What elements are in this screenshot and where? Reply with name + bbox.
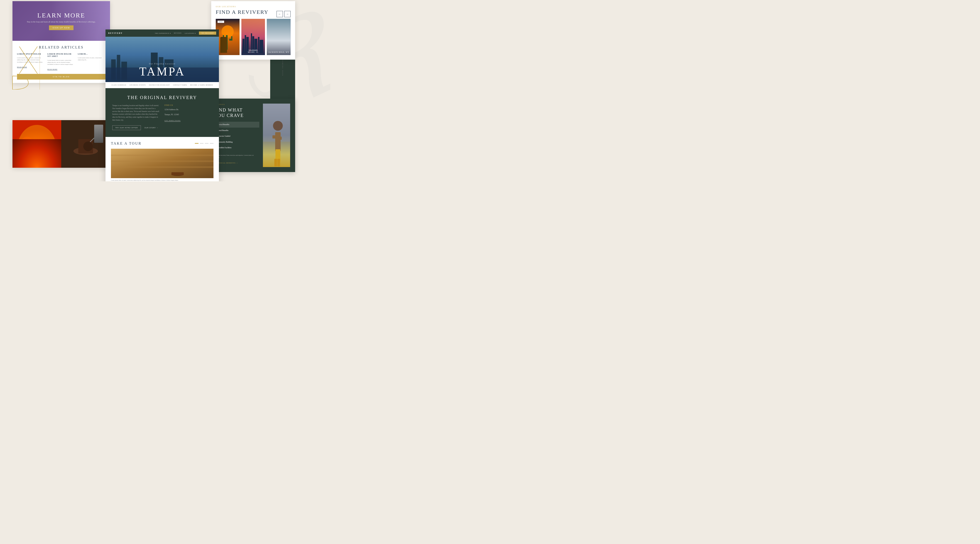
cta-links: TRY OUR INTRO OFFER OUR STORY → [112, 125, 160, 130]
flagship-label: Our Flagship Location [149, 63, 175, 65]
climber-image [263, 103, 290, 167]
benefit-facilities-label: Incredible Facilities [216, 147, 257, 149]
nav-item-experience[interactable]: THE EXPERIENCE ▾ [155, 32, 170, 34]
benefit-mental-label: Mental Benefits [216, 129, 257, 132]
original-revivery-section: THE ORIGINAL REVIVERY Tampa is our found… [105, 88, 219, 137]
articles-grid: LOREM IPSUM DOLOR Lorem ipsum dolor sit … [17, 53, 105, 71]
tour-pagination [195, 143, 213, 144]
benefits-right-panel [263, 103, 290, 167]
svg-rect-34 [231, 36, 232, 41]
benefit-physical[interactable]: Physical Benefits [214, 122, 259, 128]
cta-blog-button[interactable]: CTA TO BLOG [17, 74, 105, 79]
read-more-link-2[interactable]: READ MORE [48, 69, 57, 70]
tampa-navigation: REVIVERY THE EXPERIENCE ▾ REVIEWS LOCATI… [105, 30, 219, 37]
benefit-facilities[interactable]: Incredible Facilities [214, 145, 259, 151]
find-us-label: Find Us [164, 104, 212, 106]
article-item-2: LOREM IPSUM DOLOR SIT AMET Lorem ipsum d… [48, 53, 75, 71]
miami-label: MIAMI, FL [241, 51, 265, 53]
prev-arrow-button[interactable]: ← [277, 11, 283, 17]
benefit-community-label: Community Building [216, 141, 257, 143]
subnav-class-schedule[interactable]: CLASS SCHEDULE [111, 84, 127, 86]
intro-offer-button[interactable]: TRY OUR INTRO OFFER [112, 125, 141, 130]
next-arrow-button[interactable]: → [284, 11, 291, 17]
svg-point-6 [35, 142, 59, 168]
tour-header: TAKE A TOUR [111, 141, 213, 146]
take-a-tour-section: TAKE A TOUR [105, 137, 219, 181]
benefit-detail-link[interactable]: PHYSICAL BENEFITS → [216, 162, 238, 164]
related-articles-title: RELATED ARTICLES [17, 45, 105, 49]
tour-dot-1 [195, 143, 199, 144]
tampa-nav-logo: REVIVERY [108, 32, 123, 34]
svg-rect-23 [111, 167, 213, 168]
article-item-1: LOREM IPSUM DOLOR Lorem ipsum dolor sit … [17, 53, 45, 71]
location-card-jackson[interactable]: JACKSON HOLE, WY [267, 19, 291, 55]
benefits-left-panel: Benefits FIND WHATYOU CRAVE Physical Ben… [214, 103, 263, 167]
subnav-instructor[interactable]: INSTRUCTOR HIGHLIGHT [149, 84, 170, 86]
svg-rect-53 [275, 132, 281, 151]
article-text-2: Lorem ipsum dolor sit amet, consectetur … [48, 59, 75, 65]
learn-more-card: LEARN MORE Stay in the loop and learn al… [13, 1, 110, 83]
svg-rect-32 [223, 35, 224, 40]
tour-caption: Lorem ipsum dolor sit amet, consectetur … [111, 179, 213, 181]
hero-subtitle: Stay in the loop and learn all about the… [18, 21, 105, 23]
find-us-column: Find Us 1234 Address Dr. Tampa, FL 12345… [164, 104, 212, 130]
benefit-instructor[interactable]: Instructor Guided [214, 133, 259, 139]
article-item-3: LOREM... Lorem ipsum dolor sit amet, con… [78, 53, 105, 71]
subnav-contact[interactable]: CONTACT TAMPA [173, 84, 187, 86]
hero-title: LEARN MORE [37, 12, 85, 19]
svg-point-52 [273, 121, 283, 130]
svg-rect-57 [274, 159, 277, 167]
subnav-upcoming-events[interactable]: UPCOMING EVENTS [129, 84, 146, 86]
svg-rect-37 [245, 35, 246, 53]
locations-slider: NEW [216, 19, 291, 55]
article-text-1: Lorem ipsum dolor sit amet, consectetur … [17, 57, 45, 63]
bottom-images-card [13, 120, 110, 168]
tampa-card: REVIVERY THE EXPERIENCE ▾ REVIEWS LOCATI… [105, 30, 219, 181]
subnav-member[interactable]: BECOME A TAMPA MEMBER [190, 84, 213, 86]
svg-rect-30 [226, 35, 228, 50]
article-title-1: LOREM IPSUM DOLOR [17, 53, 45, 55]
nav-item-reviews[interactable]: REVIEWS [174, 32, 182, 34]
navigation-arrows: ← → [277, 11, 291, 17]
tampa-subnav: CLASS SCHEDULE UPCOMING EVENTS INSTRUCTO… [105, 82, 219, 88]
sign-up-button[interactable]: SIGN UP NOW [49, 25, 74, 30]
benefit-detail-text: Faster recovery from exercise and injuri… [216, 154, 257, 159]
svg-point-5 [18, 137, 37, 168]
location-card-new[interactable]: NEW [216, 19, 240, 55]
body-text: Tampa is our founding location and flags… [112, 104, 160, 122]
benefit-community[interactable]: Community Building [214, 139, 259, 145]
desert-location-image [216, 19, 240, 55]
sauna-tools-image [61, 120, 110, 168]
coming-soon-label: COMING SOON [282, 60, 283, 76]
read-more-link-1[interactable]: READ MORE [17, 67, 27, 68]
new-badge: NEW [218, 21, 224, 23]
location-card-miami[interactable]: MIAMI, FL SEE MIAMI [241, 19, 265, 55]
svg-rect-31 [223, 38, 226, 40]
city-name: TAMPA [139, 66, 185, 78]
jackson-location-image [267, 19, 291, 55]
tour-dot-2 [200, 143, 204, 144]
benefit-mental[interactable]: Mental Benefits [214, 128, 259, 133]
fire-image [13, 120, 61, 168]
try-revivery-button[interactable]: TRY REVIVERY [199, 32, 216, 35]
svg-rect-27 [172, 172, 184, 175]
benefits-label: Benefits [214, 103, 259, 105]
get-directions-link[interactable]: GET DIRECTIONS [164, 120, 181, 122]
benefits-list: Physical Benefits Mental Benefits Instru… [214, 122, 259, 151]
svg-rect-21 [111, 155, 213, 156]
svg-point-11 [83, 141, 93, 151]
related-articles-section: RELATED ARTICLES LOREM IPSUM DOLOR Lorem… [13, 41, 110, 83]
benefit-physical-label: Physical Benefits [216, 124, 257, 126]
svg-rect-44 [267, 19, 291, 55]
svg-rect-42 [258, 37, 259, 53]
jackson-label: JACKSON HOLE, WY [267, 51, 291, 53]
see-miami-button[interactable]: SEE MIAMI [241, 49, 265, 51]
svg-rect-58 [277, 159, 280, 167]
tour-title: TAKE A TOUR [111, 141, 142, 146]
svg-rect-40 [252, 36, 254, 53]
address-line2: Tampa, FL 12345 [164, 113, 212, 116]
svg-rect-22 [111, 160, 213, 162]
nav-item-locations[interactable]: LOCATIONS ▾ [185, 32, 196, 34]
our-story-button[interactable]: OUR STORY → [145, 125, 158, 130]
article-title-3: LOREM... [78, 53, 105, 55]
